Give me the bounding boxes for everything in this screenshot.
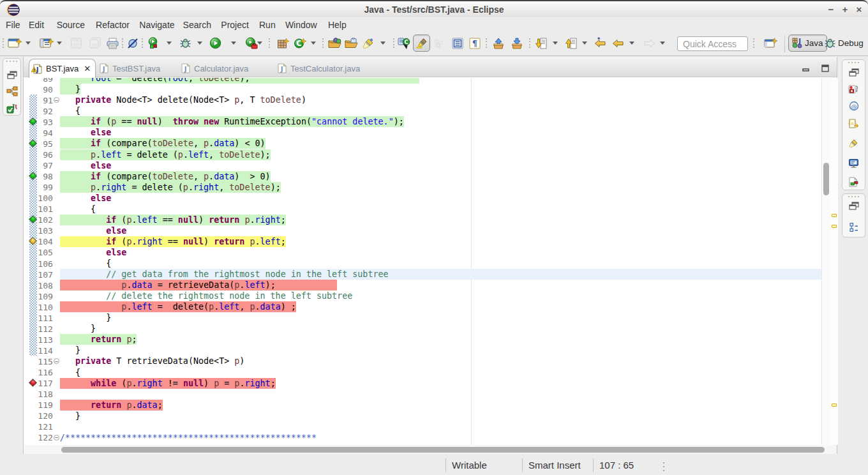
- java-file-icon: J: [100, 63, 108, 73]
- line-number: 109: [24, 291, 53, 302]
- editor-tab-bst-java[interactable]: JBST.java✕: [29, 59, 96, 78]
- coverage-icon[interactable]: [147, 31, 160, 56]
- line-number: 108: [24, 280, 53, 291]
- new-java-wizard-icon[interactable]: [40, 31, 54, 56]
- new-java-project-icon[interactable]: [276, 31, 289, 56]
- maximize-editor-icon[interactable]: [821, 63, 830, 71]
- line-number: 115: [24, 356, 53, 367]
- dropdown-arrow-icon[interactable]: [197, 31, 202, 56]
- toggle-breadcrumb-icon[interactable]: C: [398, 31, 410, 56]
- fold-collapse-icon[interactable]: [54, 97, 59, 103]
- svg-text:@: @: [851, 103, 857, 110]
- fold-collapse-icon[interactable]: [54, 435, 59, 441]
- javadoc-icon[interactable]: @: [842, 101, 865, 111]
- dock-drag-handle[interactable]: [3, 61, 20, 62]
- editor-tab-testcalculator-java[interactable]: JTestCalculator.java: [269, 59, 369, 78]
- vertical-scrollbar[interactable]: [822, 78, 830, 445]
- declaration-icon[interactable]: {=}: [842, 119, 865, 129]
- package-explorer-icon[interactable]: [3, 86, 20, 96]
- minimize-button[interactable]: −: [826, 3, 836, 16]
- code-editor[interactable]: 89 root = delete(root, toDelete); 90 }91…: [24, 78, 837, 445]
- horizontal-scrollbar-thumb[interactable]: [61, 447, 825, 453]
- fold-collapse-icon[interactable]: [54, 358, 59, 364]
- toolbar-separator: [529, 31, 530, 56]
- dock-drag-handle[interactable]: [842, 62, 865, 63]
- open-perspective-icon[interactable]: [764, 31, 777, 56]
- editor-tab-calculator-java[interactable]: JCalculator.java: [172, 59, 257, 78]
- search-icon[interactable]: [362, 31, 375, 56]
- title-bar: Java - Test/src/BST.java - Eclipse − + ×: [0, 0, 868, 17]
- svg-text:J: J: [280, 65, 283, 73]
- previous-annotation-icon[interactable]: [565, 31, 578, 56]
- back-history-icon[interactable]: [612, 31, 625, 56]
- synchronize-commit-icon[interactable]: [492, 31, 505, 56]
- menu-file[interactable]: File: [6, 20, 20, 30]
- dropdown-arrow-icon[interactable]: [257, 31, 262, 56]
- new-wizard-icon[interactable]: [8, 31, 22, 56]
- dropdown-arrow-icon[interactable]: [553, 31, 558, 56]
- menu-edit[interactable]: Edit: [29, 20, 44, 30]
- maximize-button[interactable]: +: [840, 3, 850, 16]
- outline-icon[interactable]: [842, 222, 865, 232]
- last-edit-location-icon[interactable]: *: [594, 31, 607, 56]
- show-selected-element-only-icon[interactable]: [451, 31, 464, 56]
- new-java-class-icon[interactable]: C: [294, 31, 306, 56]
- console-icon[interactable]: [842, 158, 865, 169]
- dock-drag-handle[interactable]: [842, 196, 865, 197]
- overview-ruler[interactable]: [830, 78, 838, 445]
- dropdown-arrow-icon[interactable]: [57, 31, 62, 56]
- dropdown-arrow-icon[interactable]: [231, 31, 236, 56]
- close-button[interactable]: ×: [854, 3, 864, 16]
- menu-run[interactable]: Run: [259, 20, 276, 30]
- dropdown-arrow-icon[interactable]: [26, 31, 31, 56]
- open-task-icon[interactable]: [345, 31, 358, 56]
- dropdown-arrow-icon[interactable]: [660, 31, 665, 56]
- dropdown-arrow-icon[interactable]: [629, 31, 634, 56]
- editor-tab-bar: JBST.java✕JTestBST.javaJCalculator.javaJ…: [24, 57, 837, 77]
- dropdown-arrow-icon[interactable]: [167, 31, 172, 56]
- restore-views-icon[interactable]: [842, 68, 865, 77]
- vertical-scrollbar-thumb[interactable]: [823, 163, 829, 196]
- occurrence-mark[interactable]: [832, 225, 837, 228]
- dropdown-arrow-icon[interactable]: [380, 31, 385, 56]
- debug-icon[interactable]: [179, 31, 191, 56]
- toolbar-divider: [784, 34, 785, 52]
- next-annotation-icon[interactable]: [535, 31, 548, 56]
- problems-icon[interactable]: [842, 84, 865, 94]
- quick-access-input[interactable]: Quick Access: [677, 36, 748, 51]
- code-line-93: if (p == null) throw new RuntimeExceptio…: [60, 116, 404, 127]
- menu-help[interactable]: Help: [328, 20, 347, 30]
- menu-source[interactable]: Source: [57, 20, 85, 30]
- perspective-java-button[interactable]: JJava: [788, 31, 827, 56]
- restore-views-icon[interactable]: [3, 71, 20, 79]
- print-icon[interactable]: [106, 31, 119, 56]
- toolbar-drag-handle: [3, 31, 4, 56]
- open-type-icon[interactable]: [328, 31, 341, 56]
- menu-window[interactable]: Window: [285, 20, 317, 30]
- line-number: 96: [24, 149, 53, 160]
- dropdown-arrow-icon[interactable]: [311, 31, 316, 56]
- show-whitespace-characters-icon[interactable]: ¶: [468, 31, 481, 56]
- coverage-view-icon[interactable]: [842, 177, 865, 187]
- occurrence-mark[interactable]: [832, 403, 837, 407]
- code-line-110: p.left = delete(p.left, p.data) ;: [60, 301, 296, 312]
- run-external-tools-icon[interactable]: [245, 31, 258, 56]
- perspective-debug-button[interactable]: Debug: [823, 31, 865, 56]
- link-with-editor-icon: [432, 31, 445, 56]
- minimize-editor-icon[interactable]: [802, 63, 811, 71]
- junit-icon[interactable]: JU: [3, 103, 20, 114]
- editor-tab-testbst-java[interactable]: JTestBST.java: [91, 59, 169, 78]
- menu-search[interactable]: Search: [183, 20, 211, 30]
- menu-navigate[interactable]: Navigate: [139, 20, 174, 30]
- synchronize-update-icon[interactable]: [511, 31, 523, 56]
- occurrence-mark[interactable]: [832, 214, 837, 217]
- dropdown-arrow-icon[interactable]: [582, 31, 587, 56]
- toggle-mark-occurrences-icon[interactable]: [413, 31, 430, 56]
- menu-refactor[interactable]: Refactor: [96, 20, 130, 30]
- horizontal-scrollbar[interactable]: [24, 445, 837, 454]
- run-icon[interactable]: [209, 31, 221, 56]
- menu-project[interactable]: Project: [221, 20, 249, 30]
- restore-views-icon[interactable]: [842, 202, 865, 210]
- skip-all-breakpoints-icon[interactable]: [127, 31, 138, 56]
- search-view-icon[interactable]: [842, 139, 865, 149]
